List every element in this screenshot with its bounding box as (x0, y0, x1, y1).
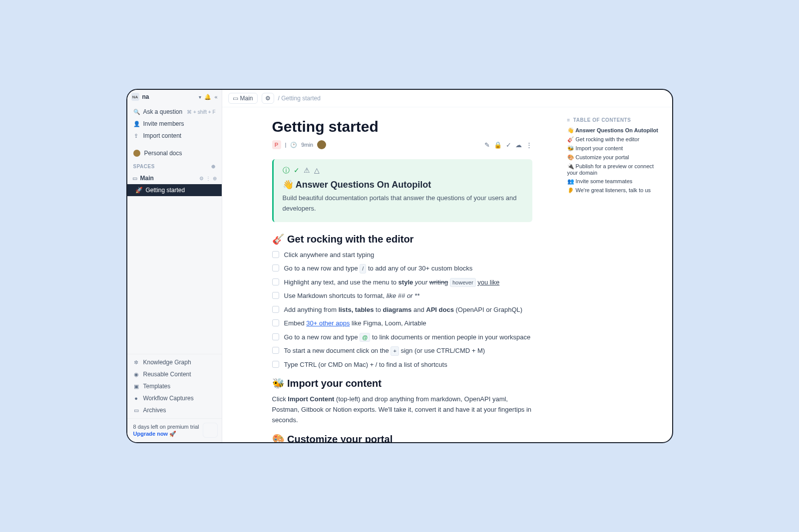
invite-label: Invite members (143, 120, 184, 127)
toc-label: TABLE OF CONTENTS (573, 117, 631, 123)
checkbox[interactable] (272, 278, 279, 285)
ask-question-button[interactable]: 🔍 Ask a question ⌘ + shift + F (127, 106, 222, 118)
bell-icon[interactable]: 🔔 (204, 94, 211, 100)
callout-heading[interactable]: 👋 Answer Questions On Autopilot (283, 179, 523, 190)
reusable-icon: ◉ (133, 371, 139, 378)
edit-icon[interactable]: ✎ (484, 141, 490, 149)
topbar: ▭ Main ⚙ / Getting started (222, 90, 672, 107)
check-circle-icon[interactable]: ✓ (506, 141, 511, 149)
getting-started-label: Getting started (146, 187, 185, 194)
space-main-label: Main (140, 175, 154, 182)
breadcrumb[interactable]: / Getting started (278, 95, 321, 102)
templates-label: Templates (143, 383, 171, 390)
check-item-6[interactable]: Embed 30+ other apps like Figma, Loom, A… (272, 318, 532, 328)
upload-icon: ⇪ (133, 133, 139, 139)
check-text: Go to a new row and type / to add any of… (284, 264, 473, 273)
alert-triangle-icon: △ (314, 166, 320, 175)
info-icon: ⓘ (283, 166, 290, 175)
more-actions-icon[interactable]: ⋮ (526, 141, 532, 149)
workspace-avatar: NA (131, 93, 139, 101)
sidebar-item-getting-started[interactable]: 🚀 Getting started (127, 184, 222, 196)
check-item-1[interactable]: Click anywhere and start typing (272, 250, 532, 260)
heading-customize[interactable]: 🎨 Customize your portal (272, 433, 532, 442)
checkbox[interactable] (272, 251, 279, 258)
readtime: 9min (301, 142, 313, 148)
toc-item-0[interactable]: 👋 Answer Questions On Autopilot (567, 126, 663, 135)
visibility-badge[interactable]: P (272, 140, 281, 149)
checkbox[interactable] (272, 347, 279, 354)
workflows-button[interactable]: ●Workflow Captures (127, 392, 222, 404)
archives-label: Archives (143, 407, 166, 414)
brand-logo-icon (203, 423, 218, 438)
check-item-4[interactable]: Use Markdown shortcuts to format, like #… (272, 291, 532, 301)
space-settings-button[interactable]: ⚙ (262, 93, 274, 104)
check-item-3[interactable]: Highlight any text, and use the menu to … (272, 277, 532, 287)
add-space-icon[interactable]: ⊕ (211, 164, 216, 169)
toc-item-3[interactable]: 🎨 Customize your portal (567, 153, 663, 162)
workspace-switcher[interactable]: NA na ▾ 🔔 « (127, 90, 222, 104)
document: Getting started P | 🕑 9min ✎ 🔒 ✓ ☁ ⋮ (222, 107, 567, 442)
app-window: NA na ▾ 🔔 « 🔍 Ask a question ⌘ + shift +… (126, 89, 673, 443)
check-item-8[interactable]: To start a new document click on the + s… (272, 346, 532, 356)
toc-item-4[interactable]: 🔌 Publish for a preview or connect your … (567, 162, 663, 177)
import-paragraph[interactable]: Click Import Content (top-left) and drop… (272, 394, 532, 425)
check-icon: ✓ (294, 166, 300, 175)
ask-shortcut: ⌘ + shift + F (187, 109, 215, 115)
search-icon: 🔍 (133, 109, 139, 115)
cloud-icon[interactable]: ☁ (515, 141, 522, 149)
import-content-button[interactable]: ⇪ Import content (127, 130, 222, 142)
author-avatar[interactable] (317, 140, 326, 149)
chevron-down-icon: ▾ (199, 94, 201, 100)
tab-main[interactable]: ▭ Main (228, 93, 258, 104)
checkbox[interactable] (272, 333, 279, 340)
invite-members-button[interactable]: 👤 Invite members (127, 118, 222, 130)
space-main[interactable]: ▭ Main ⚙ ⋮ ⊕ (127, 172, 222, 184)
doc-meta: P | 🕑 9min ✎ 🔒 ✓ ☁ ⋮ (272, 140, 532, 149)
check-text: Use Markdown shortcuts to format, like #… (284, 291, 420, 301)
book-icon: ▭ (233, 95, 238, 102)
checkbox[interactable] (272, 265, 279, 271)
checkbox[interactable] (272, 319, 279, 326)
check-item-7[interactable]: Go to a new row and type @ to link docum… (272, 332, 532, 342)
page-title[interactable]: Getting started (272, 118, 532, 135)
checkbox[interactable] (272, 306, 279, 313)
check-item-9[interactable]: Type CTRL (or CMD on Mac) + / to find a … (272, 360, 532, 370)
archives-button[interactable]: ▭Archives (127, 404, 222, 416)
check-text: Add anything from lists, tables to diagr… (284, 305, 523, 315)
gear-icon[interactable]: ⚙ (199, 176, 204, 181)
checkbox[interactable] (272, 292, 279, 299)
callout-body[interactable]: Build beautiful documentation portals th… (283, 193, 523, 214)
check-item-5[interactable]: Add anything from lists, tables to diagr… (272, 305, 532, 315)
collapse-sidebar-icon[interactable]: « (214, 94, 217, 100)
lock-icon[interactable]: 🔒 (494, 141, 502, 149)
trial-banner: 8 days left on premium trial Upgrade now… (127, 418, 222, 442)
checkbox[interactable] (272, 361, 279, 368)
toc-item-1[interactable]: 🎸 Get rocking with the editor (567, 135, 663, 144)
personal-docs-button[interactable]: Personal docs (127, 146, 222, 161)
import-label: Import content (143, 132, 182, 139)
more-icon[interactable]: ⋮ (206, 176, 211, 181)
callout-box: ⓘ ✓ ⚠ △ 👋 Answer Questions On Autopilot … (272, 159, 532, 222)
check-text: Click anywhere and start typing (284, 250, 375, 260)
add-doc-icon[interactable]: ⊕ (213, 176, 217, 181)
user-plus-icon: 👤 (133, 121, 139, 127)
tab-main-label: Main (240, 95, 253, 102)
toc-item-2[interactable]: 🐝 Import your content (567, 144, 663, 153)
personal-docs-label: Personal docs (144, 150, 182, 157)
knowledge-graph-button[interactable]: ✲Knowledge Graph (127, 356, 222, 368)
heading-import[interactable]: 🐝 Import your content (272, 377, 532, 389)
workspace-name: na (142, 93, 196, 100)
reusable-content-button[interactable]: ◉Reusable Content (127, 368, 222, 380)
toc-item-5[interactable]: 👥 Invite some teammates (567, 177, 663, 186)
check-text: Highlight any text, and use the menu to … (284, 277, 500, 287)
sidebar: NA na ▾ 🔔 « 🔍 Ask a question ⌘ + shift +… (127, 90, 222, 442)
templates-button[interactable]: ▣Templates (127, 380, 222, 392)
clock-icon: 🕑 (290, 142, 297, 148)
check-item-2[interactable]: Go to a new row and type / to add any of… (272, 264, 532, 273)
toc-item-6[interactable]: 👂 We're great listeners, talk to us (567, 186, 663, 195)
main: ▭ Main ⚙ / Getting started Getting start… (222, 90, 672, 442)
rocket-icon: 🚀 (135, 187, 143, 194)
embed-apps-link[interactable]: 30+ other apps (306, 319, 350, 327)
heading-editor[interactable]: 🎸 Get rocking with the editor (272, 233, 532, 245)
table-of-contents: ≡ TABLE OF CONTENTS 👋 Answer Questions O… (567, 107, 672, 442)
